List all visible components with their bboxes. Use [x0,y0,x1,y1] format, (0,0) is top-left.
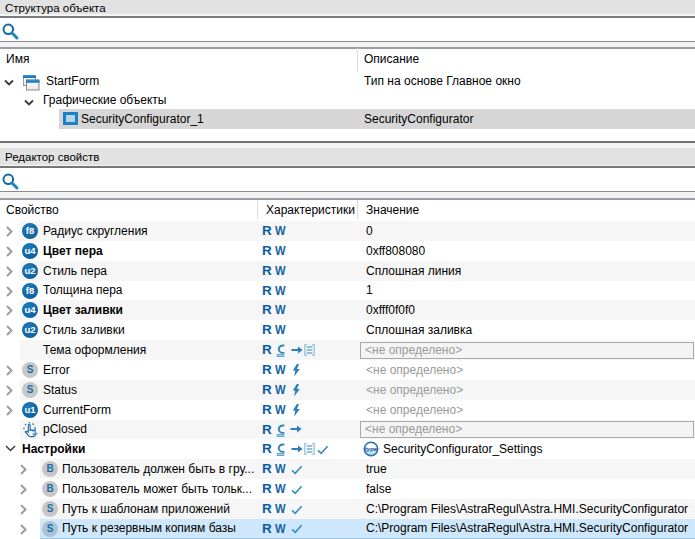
svg-text:type: type [365,446,378,452]
